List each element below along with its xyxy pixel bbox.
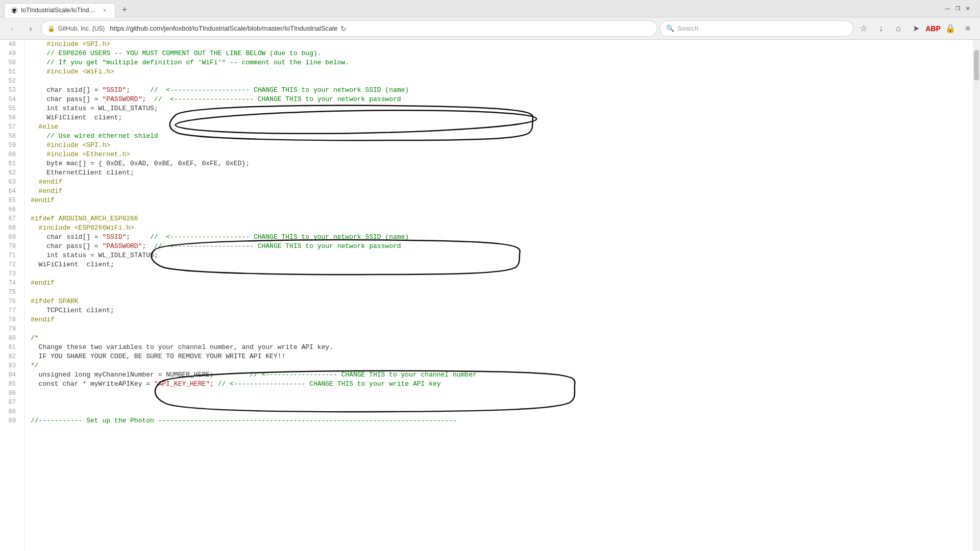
code-line: TCPClient client;: [31, 306, 967, 315]
code-line: #else: [31, 122, 967, 132]
toolbar-icons: ☆ ↓ ⌂ ➤ ABP 🔒 ≡: [855, 20, 976, 37]
code-line: char pass[] = "PASSWORD"; // <----------…: [31, 242, 967, 251]
line-number: 80: [0, 334, 20, 343]
code-line: #endif: [31, 315, 967, 324]
code-line: [31, 269, 967, 279]
search-icon: 🔍: [666, 24, 674, 32]
line-number: 49: [0, 49, 20, 58]
line-number: 81: [0, 343, 20, 352]
line-number: 77: [0, 306, 20, 315]
menu-button[interactable]: ≡: [960, 20, 976, 37]
code-line: #include <SPI.h>: [31, 40, 967, 49]
line-number: 59: [0, 141, 20, 150]
code-line: [31, 398, 967, 407]
org-label: GitHub, Inc. (US): [58, 25, 105, 32]
back-button[interactable]: ‹: [4, 20, 20, 37]
line-number: 78: [0, 315, 20, 324]
line-number: 53: [0, 86, 20, 95]
code-line: #include <WiFi.h>: [31, 67, 967, 77]
line-number: 86: [0, 389, 20, 398]
line-number: 57: [0, 122, 20, 132]
code-line: [31, 324, 967, 334]
line-number: 63: [0, 178, 20, 187]
address-bar[interactable]: 🔒 GitHub, Inc. (US) https://github.com/j…: [41, 20, 657, 37]
search-placeholder: Search: [677, 24, 698, 32]
tab-title: IoTIndustrialScale/IoTIndu...: [21, 7, 97, 14]
code-line: WiFiClient client;: [31, 113, 967, 122]
code-container: 4849505152535455565758596061626364656667…: [0, 40, 980, 551]
scrollbar[interactable]: [973, 40, 980, 551]
line-number: 67: [0, 214, 20, 223]
scrollbar-thumb[interactable]: [974, 50, 979, 81]
code-line: #include <Ethernet.h>: [31, 150, 967, 159]
line-number: 60: [0, 150, 20, 159]
code-line: //----------- Set up the Photon --------…: [31, 416, 967, 425]
line-number: 58: [0, 132, 20, 141]
line-number: 89: [0, 416, 20, 425]
code-line: // If you get "multiple definition of 'W…: [31, 58, 967, 67]
close-button[interactable]: ✕: [964, 5, 972, 13]
code-line: #include <ESP8266WiFi.h>: [31, 223, 967, 233]
line-number: 62: [0, 168, 20, 178]
tab-close-button[interactable]: ×: [101, 6, 109, 14]
code-line: char ssid[] = "SSID"; // <--------------…: [31, 86, 967, 95]
code-line: unsigned long myChannelNumber = NUMBER_H…: [31, 370, 967, 380]
browser-frame: IoTIndustrialScale/IoTIndu... × + — ❐ ✕ …: [0, 0, 980, 551]
line-number: 73: [0, 269, 20, 279]
tab-area: IoTIndustrialScale/IoTIndu... × +: [4, 0, 939, 17]
code-line: #include <SPI.h>: [31, 141, 967, 150]
adblock-icon[interactable]: ABP: [925, 20, 941, 37]
download-icon[interactable]: ↓: [873, 20, 889, 37]
code-line: #endif: [31, 187, 967, 196]
code-line: IF YOU SHARE YOUR CODE, BE SURE TO REMOV…: [31, 352, 967, 361]
new-tab-button[interactable]: +: [117, 3, 132, 17]
line-number: 61: [0, 159, 20, 168]
maximize-button[interactable]: ❐: [953, 5, 962, 13]
line-number: 65: [0, 196, 20, 205]
window-controls: — ❐ ✕: [939, 0, 976, 17]
code-line: char ssid[] = "SSID"; // <--------------…: [31, 233, 967, 242]
line-number: 88: [0, 407, 20, 416]
security-icon[interactable]: 🔒: [942, 20, 959, 37]
code-line: [31, 288, 967, 297]
line-number: 74: [0, 279, 20, 288]
line-number: 83: [0, 361, 20, 370]
active-tab[interactable]: IoTIndustrialScale/IoTIndu... ×: [4, 3, 115, 17]
code-line: /*: [31, 334, 967, 343]
line-number: 51: [0, 67, 20, 77]
send-icon[interactable]: ➤: [908, 20, 924, 37]
bookmarks-icon[interactable]: ☆: [855, 20, 872, 37]
search-box[interactable]: 🔍 Search: [659, 20, 853, 37]
line-number: 76: [0, 297, 20, 306]
code-line: */: [31, 361, 967, 370]
code-line: // ESP8266 USERS -- YOU MUST COMMENT OUT…: [31, 49, 967, 58]
code-line: #endif: [31, 196, 967, 205]
code-line: EthernetClient client;: [31, 168, 967, 178]
line-number: 84: [0, 370, 20, 380]
line-numbers: 4849505152535455565758596061626364656667…: [0, 40, 24, 551]
code-line: // Use wired ethernet shield: [31, 132, 967, 141]
line-number: 66: [0, 205, 20, 214]
code-line: #endif: [31, 279, 967, 288]
code-line: [31, 407, 967, 416]
code-line: #endif: [31, 178, 967, 187]
minimize-button[interactable]: —: [943, 5, 951, 13]
line-number: 70: [0, 242, 20, 251]
line-number: 85: [0, 380, 20, 389]
code-line: Change these two variables to your chann…: [31, 343, 967, 352]
refresh-button[interactable]: ↻: [340, 24, 347, 33]
home-icon[interactable]: ⌂: [890, 20, 906, 37]
code-line: #ifdef ARDUINO_ARCH_ESP8266: [31, 214, 967, 223]
line-number: 72: [0, 260, 20, 269]
forward-button[interactable]: ›: [22, 20, 39, 37]
line-number: 54: [0, 95, 20, 104]
code-line: const char * myWriteAPIKey = "API_KEY_HE…: [31, 380, 967, 389]
title-bar: IoTIndustrialScale/IoTIndu... × + — ❐ ✕: [0, 0, 980, 17]
line-number: 75: [0, 288, 20, 297]
code-line: [31, 389, 967, 398]
line-number: 50: [0, 58, 20, 67]
line-number: 55: [0, 104, 20, 113]
line-number: 56: [0, 113, 20, 122]
code-line: [31, 205, 967, 214]
line-number: 48: [0, 40, 20, 49]
